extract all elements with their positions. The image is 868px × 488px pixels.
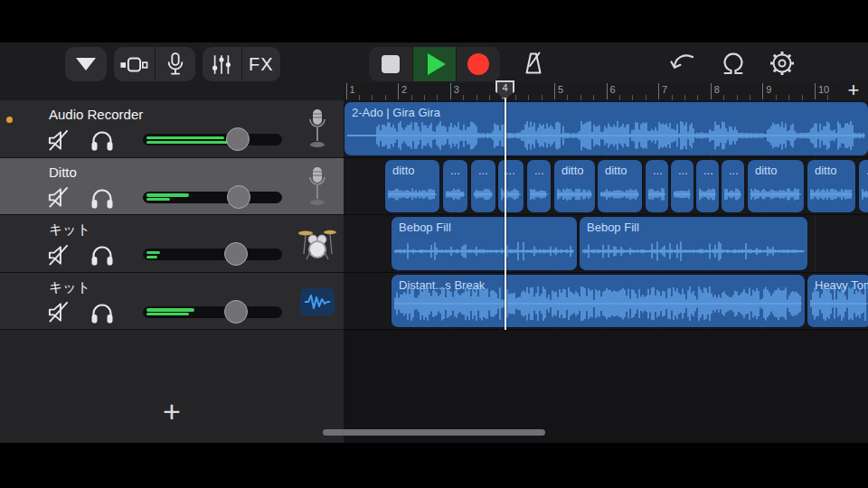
timeline-regions: 2-Ado | Gira Giraditto............dittod… xyxy=(344,100,868,330)
play-button[interactable] xyxy=(412,47,457,81)
drum-kit-icon xyxy=(297,227,337,261)
audio-region[interactable]: ditto xyxy=(807,160,855,213)
undo-icon xyxy=(670,52,697,75)
timeline-empty-area[interactable] xyxy=(344,330,868,443)
loop-browser-button[interactable] xyxy=(717,49,750,78)
audio-region[interactable]: ... xyxy=(722,160,744,213)
bar-tick xyxy=(607,83,608,99)
track-icon[interactable] xyxy=(297,279,337,324)
region-label: ... xyxy=(703,164,713,177)
mute-button[interactable] xyxy=(44,299,71,326)
audio-region[interactable]: ... xyxy=(471,160,495,213)
region-label: ditto xyxy=(755,164,778,177)
add-track-button[interactable]: + xyxy=(156,395,188,427)
timeline-ruler[interactable]: 12345678910 xyxy=(344,83,868,101)
metronome-button[interactable] xyxy=(518,48,549,79)
region-label: ditto xyxy=(605,164,627,177)
volume-slider[interactable] xyxy=(143,249,282,260)
waveform xyxy=(446,184,465,204)
studio-mic-icon xyxy=(306,166,329,208)
audio-region[interactable]: ... xyxy=(498,160,524,213)
track-header-4[interactable]: キット xyxy=(0,273,344,331)
level-meter-bottom xyxy=(146,198,170,201)
waveform xyxy=(557,184,592,204)
audio-region[interactable]: ... xyxy=(443,160,467,213)
garageband-window: FX xyxy=(0,0,868,488)
region-label: ... xyxy=(450,164,460,177)
region-label: ditto xyxy=(815,164,837,177)
volume-knob[interactable] xyxy=(226,127,250,151)
solo-monitor-button[interactable] xyxy=(89,299,116,326)
loop-browser-icon xyxy=(719,51,748,76)
add-bars-button[interactable]: + xyxy=(840,80,867,100)
mute-button[interactable] xyxy=(44,127,71,154)
volume-slider[interactable] xyxy=(143,192,282,203)
audio-region[interactable]: Heavy Tom xyxy=(807,275,868,328)
level-meter-bottom xyxy=(146,256,157,258)
audio-input-button[interactable] xyxy=(155,47,196,81)
audio-region[interactable]: 2-Ado | Gira Gira xyxy=(344,102,868,155)
tracks-view-button[interactable] xyxy=(114,47,155,81)
volume-slider[interactable] xyxy=(143,134,282,145)
track-name: キット xyxy=(49,279,90,296)
audio-region[interactable]: ditto xyxy=(554,160,595,213)
mute-button[interactable] xyxy=(44,184,71,211)
plus-icon: + xyxy=(163,394,181,429)
audio-region[interactable]: Bebop Fill xyxy=(580,217,807,270)
volume-slider[interactable] xyxy=(143,306,282,318)
undo-button[interactable] xyxy=(669,51,698,76)
mute-button[interactable] xyxy=(44,241,71,268)
track-headers: Audio Recorder Ditto xyxy=(0,100,344,330)
waveform xyxy=(530,184,548,204)
headphones-icon xyxy=(90,301,115,324)
levels-sliders-icon xyxy=(211,53,232,76)
track-header-3[interactable]: キット xyxy=(0,215,344,273)
audio-region[interactable]: Distant...s Break xyxy=(392,275,805,328)
track-header-2[interactable]: Ditto xyxy=(0,158,344,216)
plus-icon: + xyxy=(848,79,860,102)
audio-region[interactable]: ditto xyxy=(598,160,642,213)
audio-region[interactable]: Bebop Fill xyxy=(392,217,577,270)
level-meter-bottom xyxy=(146,313,189,315)
region-label: ... xyxy=(505,164,515,177)
volume-knob[interactable] xyxy=(224,242,248,266)
track-controls-button[interactable] xyxy=(203,47,241,81)
solo-monitor-button[interactable] xyxy=(89,184,116,211)
audio-region[interactable]: ... xyxy=(671,160,693,213)
waveform xyxy=(394,239,574,263)
audio-region[interactable]: ... xyxy=(859,160,868,213)
track-header-1[interactable]: Audio Recorder xyxy=(0,100,344,158)
top-letterbox xyxy=(0,0,868,42)
waveform xyxy=(582,239,805,263)
solo-monitor-button[interactable] xyxy=(89,127,116,154)
track-icon[interactable] xyxy=(297,107,337,152)
audio-region[interactable]: ditto xyxy=(385,160,439,213)
track-icon[interactable] xyxy=(297,221,337,267)
transport-controls xyxy=(369,47,500,81)
solo-monitor-button[interactable] xyxy=(89,241,116,268)
waveform xyxy=(674,184,691,204)
volume-knob[interactable] xyxy=(227,185,250,209)
level-meter-top xyxy=(146,136,224,140)
audio-waveform-icon xyxy=(300,288,335,315)
region-label: ... xyxy=(534,164,544,177)
chevron-down-icon xyxy=(76,58,96,70)
stop-button[interactable] xyxy=(369,47,412,81)
volume-knob[interactable] xyxy=(224,300,248,324)
audio-region[interactable]: ... xyxy=(527,160,551,213)
waveform xyxy=(347,120,865,151)
audio-region[interactable]: ... xyxy=(696,160,719,213)
settings-button[interactable] xyxy=(767,48,797,79)
region-label: ditto xyxy=(392,164,415,177)
record-button[interactable] xyxy=(456,47,500,81)
region-label: ... xyxy=(729,164,739,177)
track-icon[interactable] xyxy=(297,164,337,210)
song-sections-button[interactable] xyxy=(65,47,107,81)
audio-region[interactable]: ditto xyxy=(748,160,804,213)
record-icon xyxy=(467,53,489,75)
fx-button[interactable]: FX xyxy=(241,47,281,81)
audio-region[interactable]: ... xyxy=(646,160,668,213)
horizontal-scrollbar[interactable] xyxy=(323,429,545,436)
fx-label: FX xyxy=(249,54,274,75)
waveform xyxy=(810,286,868,322)
